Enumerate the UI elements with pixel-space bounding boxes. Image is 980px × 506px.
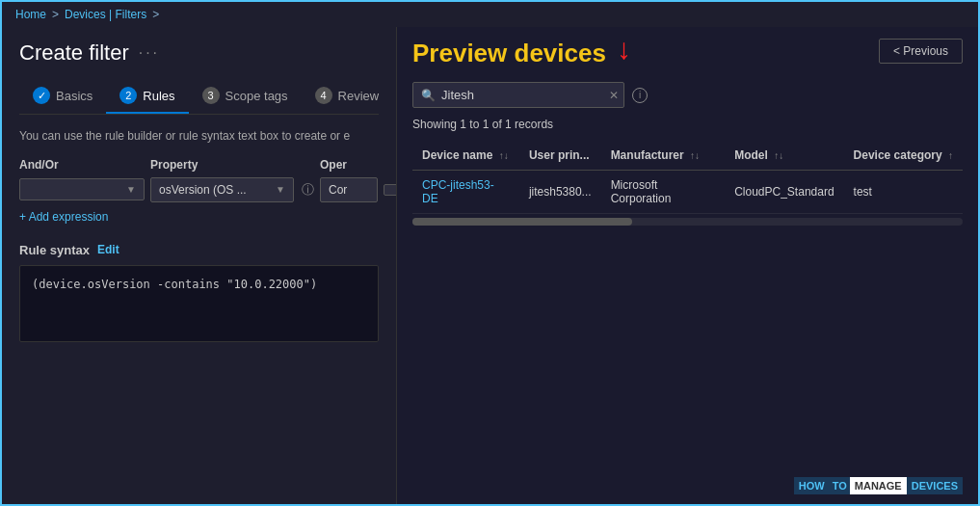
col-operator: Oper xyxy=(320,158,378,172)
arrow-annotation-icon: ↓ xyxy=(617,33,631,66)
scrollbar-thumb[interactable] xyxy=(412,218,632,226)
tab-rules-label: Rules xyxy=(143,89,174,103)
search-box: 🔍 ✕ xyxy=(412,82,624,108)
property-value: osVersion (OS ... xyxy=(159,183,247,197)
preview-title: Preview devices xyxy=(412,39,606,68)
and-or-dropdown[interactable]: ▼ xyxy=(19,178,145,200)
syntax-text-box[interactable]: (device.osVersion -contains "10.0.22000"… xyxy=(19,265,379,342)
tab-scope-circle: 3 xyxy=(202,87,220,104)
device-name-link[interactable]: CPC-jitesh53-DE xyxy=(422,178,494,205)
breadcrumb-devices-filters[interactable]: Devices | Filters xyxy=(65,8,146,21)
rule-syntax-section: Rule syntax Edit (device.osVersion -cont… xyxy=(19,243,379,342)
search-row: 🔍 ✕ i xyxy=(412,82,963,108)
sort-device-category-icon: ↑ xyxy=(948,150,953,161)
breadcrumb-sep2: > xyxy=(152,8,159,21)
rule-syntax-title-row: Rule syntax Edit xyxy=(19,243,379,257)
cell-device-name: CPC-jitesh53-DE xyxy=(412,171,519,214)
rule-row-1: ▼ osVersion (OS ... ▼ ⓘ Cor xyxy=(19,177,379,202)
main-layout: Create filter ··· ✓ Basics 2 Rules 3 Sco… xyxy=(2,27,978,506)
tab-review-circle: 4 xyxy=(315,87,332,104)
property-arrow-icon: ▼ xyxy=(276,184,285,195)
table-row: CPC-jitesh53-DE jitesh5380... Microsoft … xyxy=(412,171,963,214)
breadcrumb-home[interactable]: Home xyxy=(15,8,46,21)
horizontal-scrollbar[interactable] xyxy=(412,218,963,226)
col-header-user-prin[interactable]: User prin... xyxy=(519,141,601,171)
tab-basics-circle: ✓ xyxy=(33,87,50,104)
sort-manufacturer-icon: ↑↓ xyxy=(690,150,700,161)
sort-device-name-icon: ↑↓ xyxy=(499,150,509,161)
col-header-device-name[interactable]: Device name ↑↓ xyxy=(412,141,519,171)
tab-review[interactable]: 4 Review xyxy=(302,79,393,114)
watermark: HOW TO MANAGE DEVICES xyxy=(794,477,963,494)
value-box[interactable] xyxy=(384,184,397,196)
add-expression-label: + Add expression xyxy=(19,210,108,224)
col-property: Property xyxy=(150,158,314,172)
cell-model: CloudPC_Standard xyxy=(725,171,843,214)
property-dropdown[interactable]: osVersion (OS ... ▼ xyxy=(150,177,294,202)
rule-builder-header: And/Or Property Oper xyxy=(19,158,379,172)
tab-rules[interactable]: 2 Rules xyxy=(106,79,188,114)
search-icon: 🔍 xyxy=(421,89,436,102)
wm-manage: MANAGE xyxy=(850,477,907,494)
tab-basics[interactable]: ✓ Basics xyxy=(19,79,106,114)
preview-table-container: Device name ↑↓ User prin... Manufacturer… xyxy=(412,141,963,214)
col-and-or: And/Or xyxy=(19,158,145,172)
tab-review-label: Review xyxy=(338,89,380,103)
page-title-area: Create filter ··· xyxy=(19,40,379,66)
search-info-icon[interactable]: i xyxy=(632,88,648,103)
tab-scope-label: Scope tags xyxy=(225,89,288,103)
right-panel: < Previous Preview devices ↓ 🔍 ✕ i Showi… xyxy=(397,27,978,506)
col-header-device-category[interactable]: Device category ↑ xyxy=(844,141,963,171)
preview-title-area: Preview devices ↓ xyxy=(412,39,963,68)
col-header-model[interactable]: Model ↑↓ xyxy=(725,141,843,171)
search-clear-icon[interactable]: ✕ xyxy=(609,89,619,102)
property-info-icon[interactable]: ⓘ xyxy=(302,181,314,199)
wm-how: HOW xyxy=(794,477,830,494)
wm-devices: DEVICES xyxy=(907,477,963,494)
tab-rules-circle: 2 xyxy=(119,87,137,104)
sort-model-icon: ↑↓ xyxy=(774,150,783,161)
page-title: Create filter xyxy=(19,40,129,66)
table-header-row: Device name ↑↓ User prin... Manufacturer… xyxy=(412,141,963,171)
breadcrumb-sep1: > xyxy=(52,8,59,21)
rule-info-text: You can use the rule builder or rule syn… xyxy=(19,128,379,145)
operator-box[interactable]: Cor xyxy=(320,177,378,202)
left-panel: Create filter ··· ✓ Basics 2 Rules 3 Sco… xyxy=(2,27,397,506)
add-expression-btn[interactable]: + Add expression xyxy=(19,210,379,224)
tabs-bar: ✓ Basics 2 Rules 3 Scope tags 4 Review xyxy=(19,79,379,115)
tab-basics-label: Basics xyxy=(56,89,93,103)
search-input[interactable] xyxy=(441,88,603,102)
wm-to: TO xyxy=(830,477,850,494)
rule-syntax-edit-link[interactable]: Edit xyxy=(97,243,119,256)
col-header-manufacturer[interactable]: Manufacturer ↑↓ xyxy=(601,141,726,171)
preview-table: Device name ↑↓ User prin... Manufacturer… xyxy=(412,141,963,214)
records-info: Showing 1 to 1 of 1 records xyxy=(412,118,963,131)
operator-value: Cor xyxy=(329,183,347,197)
and-or-arrow-icon: ▼ xyxy=(126,184,136,195)
cell-device-category: test xyxy=(844,171,963,214)
page-title-ellipsis[interactable]: ··· xyxy=(139,44,160,62)
tab-scope-tags[interactable]: 3 Scope tags xyxy=(189,79,302,114)
rule-syntax-label: Rule syntax xyxy=(19,243,90,257)
cell-user-prin: jitesh5380... xyxy=(519,171,601,214)
cell-manufacturer: Microsoft Corporation xyxy=(601,171,726,214)
breadcrumb: Home > Devices | Filters > xyxy=(2,2,978,27)
